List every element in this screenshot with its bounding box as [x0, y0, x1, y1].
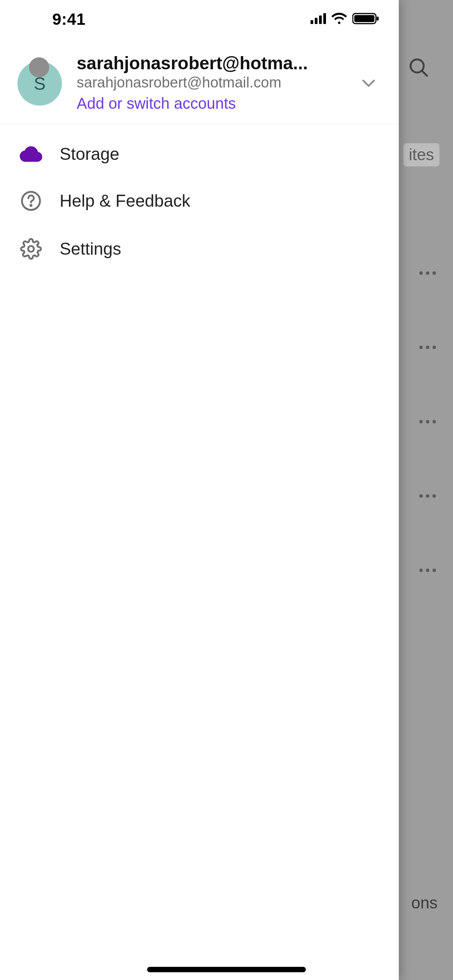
- wifi-icon: [331, 13, 347, 26]
- menu-item-settings[interactable]: Settings: [0, 225, 399, 273]
- svg-point-11: [28, 246, 34, 252]
- svg-rect-3: [315, 18, 317, 24]
- avatar[interactable]: S: [17, 57, 66, 106]
- battery-icon: [352, 12, 379, 26]
- chevron-down-icon[interactable]: [359, 74, 378, 94]
- svg-rect-7: [354, 15, 374, 22]
- svg-rect-8: [377, 17, 379, 21]
- menu-item-label: Settings: [60, 239, 121, 259]
- cloud-icon: [19, 146, 43, 162]
- cellular-icon: [311, 13, 326, 26]
- background-tab-fragment: ites: [403, 143, 439, 166]
- menu-item-label: Help & Feedback: [60, 191, 190, 211]
- svg-rect-5: [323, 13, 326, 24]
- menu-item-help[interactable]: Help & Feedback: [0, 177, 399, 225]
- svg-rect-2: [311, 20, 313, 24]
- menu-item-storage[interactable]: Storage: [0, 131, 399, 177]
- status-bar: 9:41: [0, 0, 399, 39]
- more-icon[interactable]: [418, 344, 438, 351]
- menu-item-label: Storage: [60, 144, 119, 164]
- home-indicator[interactable]: [147, 967, 306, 972]
- background-text-fragment: ons: [411, 894, 438, 912]
- more-icon[interactable]: [418, 492, 438, 499]
- status-time: 9:41: [52, 10, 86, 29]
- gear-icon: [19, 238, 43, 260]
- svg-line-1: [422, 71, 427, 76]
- account-email: sarahjonasrobert@hotmail.com: [77, 74, 348, 91]
- avatar-badge: [29, 57, 49, 77]
- drawer-menu: Storage Help & Feedback Settings: [0, 124, 399, 273]
- search-icon[interactable]: [407, 56, 430, 80]
- more-icon[interactable]: [418, 567, 438, 574]
- account-display-name: sarahjonasrobert@hotma...: [77, 53, 332, 74]
- add-switch-accounts-link[interactable]: Add or switch accounts: [77, 95, 348, 112]
- help-icon: [19, 190, 43, 212]
- side-drawer: 9:41: [0, 0, 399, 980]
- svg-point-10: [31, 205, 32, 206]
- more-icon[interactable]: [418, 269, 438, 276]
- account-header[interactable]: S sarahjonasrobert@hotma... sarahjonasro…: [0, 39, 399, 124]
- more-icon[interactable]: [418, 418, 438, 425]
- svg-rect-4: [319, 15, 322, 24]
